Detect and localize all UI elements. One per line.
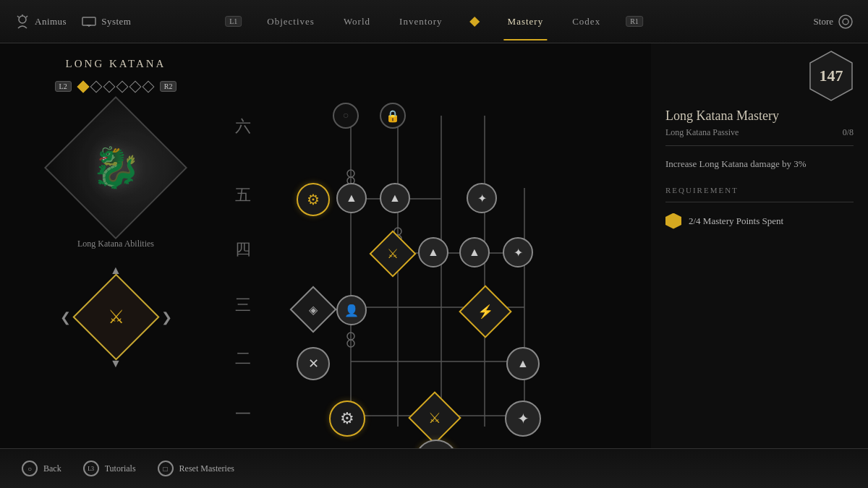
skill-node-6-1[interactable]: ○ [333,103,359,129]
requirement-item: 2/4 Mastery Points Spent [665,213,854,229]
skill-node-3-1[interactable]: ◈ [297,293,330,326]
back-icon: ○ [22,461,38,476]
reset-icon: □ [158,461,174,476]
animus-nav-item[interactable]: Animus [14,14,67,30]
weapon-illustration: 🐉 [58,110,174,226]
mastery-details: Long Katana Mastery Long Katana Passive … [665,108,854,229]
skill-node-2-2[interactable]: ▲ [506,347,540,380]
skill-node-4-3[interactable]: ▲ [459,237,490,267]
svg-rect-4 [82,17,95,25]
skill-tree-container: 六 ○ 🔒 五 ⚙ ▲ ▲ ✦ 四 ⚔ ▲ [224,43,644,459]
back-action[interactable]: ○ Back [22,461,61,476]
nav-center-group: L1 Objectives World Inventory Mastery Co… [225,16,643,27]
mastery-subtitle-row: Long Katana Passive 0/8 [665,127,854,146]
back-label: Back [43,463,61,474]
row-label-3: 三 [235,294,251,316]
requirement-icon [665,213,681,229]
mastery-dot-1 [77,80,89,93]
requirement-divider [665,202,854,202]
top-navigation: Animus System L1 Objectives World Invent… [0,0,868,43]
skill-node-5-3[interactable]: ▲ [380,183,410,213]
l2-button[interactable]: L2 [55,81,72,92]
row-label-5: 五 [235,184,251,206]
mastery-dots-row: L2 R2 [52,81,180,92]
skill-tree-panel: 六 ○ 🔒 五 ⚙ ▲ ▲ ✦ 四 ⚔ ▲ [224,43,644,459]
mastery-dot-2 [90,80,102,93]
skill-node-4-4[interactable]: ✦ [503,237,533,267]
weapon-title: LONG KATANA [66,58,166,70]
system-icon [81,14,97,30]
mastery-progress: 0/8 [843,127,854,138]
tutorials-action[interactable]: L3 Tutorials [83,461,136,476]
mastery-dot-3 [103,80,115,93]
mastery-dot-4 [116,80,128,93]
row-label-4: 四 [235,239,251,260]
active-ability-node[interactable]: ⚔ [72,273,159,360]
store-button[interactable]: Store [814,14,854,30]
skill-node-1-3[interactable]: ✦ [505,401,541,437]
svg-point-0 [19,16,26,23]
svg-marker-26 [669,217,678,226]
skill-node-5-1[interactable]: ⚙ [297,183,330,216]
inventory-nav[interactable]: Inventory [396,16,446,27]
world-nav[interactable]: World [340,16,374,27]
skill-node-2-1[interactable]: ✕ [297,347,330,380]
ability-row: ❮ ⚔ ❯ [60,286,172,348]
skill-node-3-3[interactable]: ⚡ [467,293,504,330]
animus-label: Animus [35,16,67,27]
weapon-abilities-label: Long Katana Abilities [77,239,154,249]
system-nav-item[interactable]: System [81,14,131,30]
svg-point-7 [839,15,852,28]
ability-selector: ▲ ❮ ⚔ ❯ ▼ [60,260,172,374]
ability-prev-button[interactable]: ❮ [60,309,71,325]
ability-next-button[interactable]: ❯ [161,309,172,325]
requirement-text: 2/4 Mastery Points Spent [689,215,783,227]
skill-node-3-2[interactable]: 👤 [336,295,367,325]
reset-label: Reset Masteries [179,463,234,474]
store-icon [838,14,854,30]
skill-node-4-2[interactable]: ▲ [418,237,448,267]
tutorials-label: Tutorials [105,463,136,474]
svg-line-2 [26,16,27,17]
row-label-2: 二 [235,348,251,369]
r1-button[interactable]: R1 [626,16,643,27]
right-info-panel: 147 Long Katana Mastery Long Katana Pass… [651,43,868,463]
r2-button[interactable]: R2 [160,81,177,92]
mastery-nav[interactable]: Mastery [504,16,548,27]
skill-node-5-2[interactable]: ▲ [336,183,367,213]
animus-icon [14,14,30,30]
bottom-action-bar: ○ Back L3 Tutorials □ Reset Masteries [0,448,868,488]
mastery-description: Increase Long Katana damage by 3% [665,157,854,171]
mastery-dot-5 [129,80,141,93]
tutorials-icon: L3 [83,461,99,476]
nav-diamond-indicator [470,16,480,26]
system-label: System [101,16,131,27]
skill-node-4-1[interactable]: ⚔ [376,237,409,270]
mastery-title: Long Katana Mastery [665,108,854,124]
objectives-nav[interactable]: Objectives [263,16,318,27]
skill-node-5-4[interactable]: ✦ [467,183,497,213]
row-label-6: 六 [235,116,251,137]
nav-left-group: Animus System [14,14,131,30]
skill-node-1-1[interactable]: ⚙ [329,401,365,437]
mastery-points-container: 147 [809,51,854,101]
mastery-dot-6 [142,80,154,93]
svg-line-3 [17,16,19,17]
reset-action[interactable]: □ Reset Masteries [158,461,234,476]
skill-node-6-2[interactable]: 🔒 [380,103,406,129]
row-label-1: 一 [235,403,251,425]
mastery-passive-label: Long Katana Passive [665,127,739,138]
skill-node-1-2[interactable]: ⚔ [416,399,454,437]
l1-button[interactable]: L1 [225,16,242,27]
requirement-label: REQUIREMENT [665,186,854,194]
left-weapon-panel: LONG KATANA L2 R2 🐉 Long Katana Abilitie… [0,43,231,463]
codex-nav[interactable]: Codex [569,16,604,27]
svg-point-8 [843,19,848,25]
mastery-points-value: 147 [820,67,843,85]
